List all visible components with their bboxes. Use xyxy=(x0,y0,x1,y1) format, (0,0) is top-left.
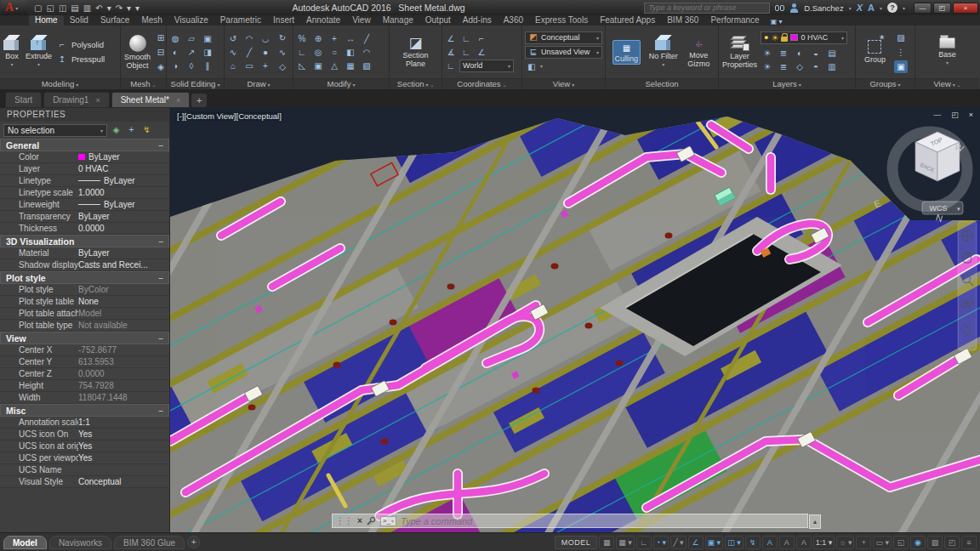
spline-icon[interactable]: ∿ xyxy=(226,46,240,59)
subtract-icon[interactable]: ◐ xyxy=(168,46,182,59)
close-tab-icon[interactable]: × xyxy=(176,96,180,105)
viewport-minimize-icon[interactable]: — xyxy=(933,111,941,119)
layer-properties-button[interactable]: LayerProperties xyxy=(721,35,759,70)
tab-express-tools[interactable]: Express Tools xyxy=(529,15,594,26)
polysolid-button[interactable]: ⌐ Polysolid xyxy=(55,38,105,51)
wcs-dropdown-icon[interactable]: ▾ xyxy=(957,206,960,212)
layer-freeze-tool-icon[interactable]: ◐ xyxy=(793,47,806,60)
property-row-lineweight[interactable]: LineweightByLayer xyxy=(0,199,169,211)
layer-match-icon[interactable]: ▤ xyxy=(825,47,839,60)
taper-faces-icon[interactable]: ◊ xyxy=(185,60,198,72)
collapse-icon[interactable]: − xyxy=(158,406,163,416)
group-edit-icon[interactable]: ⋮ xyxy=(894,46,908,59)
rectangle-icon[interactable]: ▭ xyxy=(242,60,256,72)
smooth-object-button[interactable]: SmoothObject xyxy=(122,34,152,71)
annotation-autoscale-button[interactable]: A xyxy=(779,536,795,549)
mesh-reduce-icon[interactable]: ⊟ xyxy=(154,46,168,59)
panel-label-section[interactable]: Section▾ ⌄ xyxy=(390,78,442,89)
section-general[interactable]: General− xyxy=(0,139,169,151)
application-menu-button[interactable]: A▾ xyxy=(2,0,27,15)
tab-annotate[interactable]: Annotate xyxy=(300,15,346,26)
object-snap-3d-button[interactable]: ◫ ▾ xyxy=(725,536,744,549)
explode-icon[interactable]: △ xyxy=(328,60,341,72)
new-file-button[interactable]: ▢ xyxy=(34,3,42,13)
selection-type-combo[interactable]: No selection▾ xyxy=(3,124,107,137)
panel-label-coordinates[interactable]: Coordinates⌄ xyxy=(442,78,521,89)
property-row-linetype-scale[interactable]: Linetype scale1.0000 xyxy=(0,187,169,199)
spline-fit-icon[interactable]: ∿ xyxy=(276,46,289,59)
isodraft-button[interactable]: ╱ ▾ xyxy=(670,536,686,549)
layer-combo[interactable]: ● ☀ 0 HVAC▾ xyxy=(761,31,847,44)
qat-customize-icon[interactable]: ▾ xyxy=(135,3,140,13)
tab-home[interactable]: Home xyxy=(29,15,64,26)
revision-cloud-icon[interactable]: ↺ xyxy=(226,32,240,45)
file-tab-sheet-metal[interactable]: Sheet Metal*× xyxy=(111,92,191,108)
intersect-icon[interactable]: ◑ xyxy=(168,60,182,72)
property-row-height[interactable]: Height754.7928 xyxy=(0,380,169,392)
property-row-width[interactable]: Width118047.1448 xyxy=(0,392,169,404)
customization-button[interactable]: ≡ xyxy=(961,536,977,549)
tab-surface[interactable]: Surface xyxy=(94,15,135,26)
command-prompt-icon[interactable]: >_▾ xyxy=(380,516,396,526)
separate-icon[interactable]: ∥ xyxy=(201,60,214,72)
section-plot-style[interactable]: Plot style− xyxy=(0,271,169,284)
command-close-icon[interactable]: × xyxy=(357,516,362,525)
command-history-icon[interactable]: ▴ xyxy=(809,514,821,529)
ucs-combo[interactable]: World▾ xyxy=(459,60,514,72)
union-icon[interactable]: ◍ xyxy=(168,32,182,45)
tab-a360[interactable]: A360 xyxy=(498,15,529,26)
array-options-icon[interactable]: ▧ xyxy=(360,60,373,72)
property-row-visual-style[interactable]: Visual StyleConceptual xyxy=(0,476,169,488)
tab-mesh[interactable]: Mesh xyxy=(135,15,168,26)
annotation-scale-button[interactable]: 1:1 ▾ xyxy=(813,536,835,549)
property-row-transparency[interactable]: TransparencyByLayer xyxy=(0,211,169,223)
command-line[interactable]: ⋮⋮ × >_▾ ▴ xyxy=(332,514,808,528)
panel-label-view-output[interactable]: View▾ ⌄ xyxy=(915,78,979,89)
ucs-icon-6[interactable]: ∠ xyxy=(475,46,488,59)
hardware-acceleration-button[interactable]: ◉ xyxy=(910,536,926,549)
extract-edges-icon[interactable]: ↗ xyxy=(185,46,198,59)
no-filter-button[interactable]: No Filter▾ xyxy=(647,34,680,70)
tab-featured-apps[interactable]: Featured Apps xyxy=(594,15,661,26)
plot-button[interactable]: ▥ xyxy=(83,3,91,13)
slice-icon[interactable]: ▱ xyxy=(185,32,198,45)
tab-insert[interactable]: Insert xyxy=(267,15,300,26)
layout-tab-navisworks[interactable]: Navisworks xyxy=(49,536,111,549)
property-row-center-x[interactable]: Center X-752.8677 xyxy=(0,344,169,356)
property-row-ucs-per-viewport[interactable]: UCS per viewportYes xyxy=(0,452,169,464)
arc-flipped-icon[interactable]: ◡ xyxy=(259,32,272,45)
open-file-button[interactable]: ◱ xyxy=(46,3,54,13)
exchange-apps-icon[interactable]: X xyxy=(857,3,863,13)
property-row-ucs-name[interactable]: UCS Name xyxy=(0,464,169,476)
circle-icon[interactable]: ● xyxy=(259,46,272,59)
customize-icon[interactable] xyxy=(367,516,376,525)
collapse-icon[interactable]: − xyxy=(158,273,163,283)
clean-screen-button[interactable]: ◰ xyxy=(944,536,960,549)
navigation-bar[interactable] xyxy=(958,221,977,350)
ucs-icon-4[interactable]: ∡ xyxy=(444,46,458,59)
search-icon[interactable] xyxy=(775,5,784,11)
polygon-tool-icon[interactable]: ◇ xyxy=(276,60,289,73)
move-3d-icon[interactable]: + xyxy=(328,32,341,45)
visual-style-combo[interactable]: ◩ Conceptual▾ xyxy=(525,31,602,44)
layer-unlock-icon[interactable]: ◓ xyxy=(809,60,823,73)
helix-icon[interactable]: ↻ xyxy=(276,31,289,44)
ucs-icon-7[interactable]: ∟ xyxy=(444,60,458,72)
trim-icon[interactable]: ╱ xyxy=(360,32,373,45)
polar-tracking-button[interactable]: ◔ ▾ xyxy=(653,536,669,549)
mesh-crease-icon[interactable]: ◈ xyxy=(154,60,168,73)
tab-performance[interactable]: Performance xyxy=(704,15,765,26)
property-row-thickness[interactable]: Thickness0.0000 xyxy=(0,223,169,235)
layer-lock-tool-icon[interactable]: ◒ xyxy=(809,47,823,60)
layer-unisolate-icon[interactable]: ≣ xyxy=(777,60,790,73)
tab-view[interactable]: View xyxy=(346,15,377,26)
array-icon[interactable]: ▦ xyxy=(344,60,357,72)
shell-icon[interactable]: ◨ xyxy=(201,46,214,59)
move-gizmo-button[interactable]: ↔↕ MoveGizmo xyxy=(686,36,711,69)
scale-icon[interactable]: ◺ xyxy=(295,60,309,72)
rotate-3d-icon[interactable]: ⊕ xyxy=(311,32,325,45)
drawing-viewport[interactable]: TOP BACK E N W WCS ▾ xyxy=(170,108,980,532)
panel-label-selection[interactable]: Selection xyxy=(606,78,718,89)
new-layout-button[interactable]: + xyxy=(187,536,200,548)
new-drawing-tab-button[interactable]: + xyxy=(191,94,207,107)
